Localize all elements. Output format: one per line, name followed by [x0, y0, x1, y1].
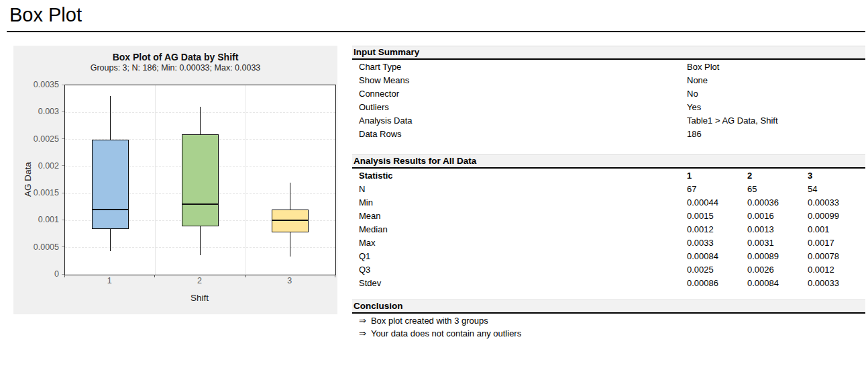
page-title: Box Plot — [9, 4, 82, 26]
box-group-1 — [92, 140, 129, 230]
row-label: Max — [352, 236, 687, 250]
y-tick-label: 0.0025 — [17, 134, 59, 144]
row-label: Min — [352, 196, 687, 210]
row-label: Analysis Data — [352, 114, 687, 128]
chart-subtitle: Groups: 3; N: 186; Min: 0.00033; Max: 0.… — [13, 63, 337, 73]
analysis-results-heading: Analysis Results for All Data — [352, 154, 865, 169]
x-tick-mark — [335, 275, 335, 277]
y-tick-label: 0 — [17, 269, 59, 279]
row-value: Yes — [687, 101, 865, 114]
table-row: Q1 0.00084 0.00089 0.00078 — [352, 250, 865, 263]
cell: 0.00089 — [747, 250, 808, 263]
cell: 0.0016 — [747, 210, 808, 223]
list-item: ⇒ Box plot created with 3 groups — [352, 314, 865, 327]
cell: 0.00086 — [687, 277, 747, 290]
column-header: 2 — [747, 169, 808, 183]
conclusion-section: Conclusion ⇒ Box plot created with 3 gro… — [352, 300, 865, 340]
analysis-results-table: Statistic 1 2 3 N 67 65 54 Min 0.00044 0… — [352, 169, 865, 290]
y-tick-mark — [62, 111, 64, 112]
arrow-icon: ⇒ — [359, 314, 366, 327]
y-tick-label: 0.001 — [17, 215, 59, 224]
x-tick-label: 1 — [89, 276, 129, 285]
cell: 54 — [808, 183, 868, 196]
y-tick-mark — [62, 85, 64, 85]
cell: 0.0033 — [687, 236, 747, 250]
row-label: Mean — [352, 210, 687, 223]
row-label: Q3 — [352, 263, 687, 277]
row-label: Chart Type — [352, 60, 687, 74]
row-label: N — [352, 183, 687, 196]
x-tick-mark — [64, 275, 65, 277]
x-tick-mark — [245, 275, 246, 277]
title-divider — [7, 31, 865, 32]
conclusion-list: ⇒ Box plot created with 3 groups ⇒ Your … — [352, 314, 865, 340]
row-value: Box Plot — [687, 60, 865, 74]
cell: 0.0012 — [808, 263, 868, 277]
table-row: Analysis Data Table1 > AG Data, Shift — [352, 114, 865, 128]
cell: 67 — [687, 183, 747, 196]
cell: 0.0025 — [687, 263, 747, 277]
cell: 0.00044 — [687, 196, 747, 210]
cell: 0.0031 — [747, 236, 808, 250]
row-value: Table1 > AG Data, Shift — [687, 114, 865, 128]
x-tick-label: 2 — [180, 276, 220, 285]
x-tick-label: 3 — [270, 276, 310, 285]
list-item: ⇒ Your data does not contain any outlier… — [352, 327, 865, 340]
column-header: 3 — [808, 169, 868, 183]
cell: 0.001 — [808, 223, 868, 236]
box-group-2 — [182, 134, 219, 227]
cell: 0.0017 — [808, 236, 868, 250]
v-gridline — [246, 85, 246, 275]
cell: 0.00033 — [808, 196, 868, 210]
median-line — [272, 220, 309, 221]
row-label: Data Rows — [352, 128, 687, 141]
row-label: Connector — [352, 87, 687, 101]
cell: 0.0013 — [747, 223, 808, 236]
table-row: Q3 0.0025 0.0026 0.0012 — [352, 263, 865, 277]
conclusion-text: Box plot created with 3 groups — [371, 314, 488, 327]
analysis-results-section: Analysis Results for All Data Statistic … — [352, 154, 865, 290]
cell: 0.0012 — [687, 223, 747, 236]
cell: 0.00084 — [747, 277, 808, 290]
row-label: Outliers — [352, 101, 687, 114]
plot-area — [64, 85, 336, 275]
table-row: Max 0.0033 0.0031 0.0017 — [352, 236, 865, 250]
column-header: 1 — [687, 169, 747, 183]
lower-whisker — [200, 226, 201, 255]
y-tick-mark — [62, 193, 64, 193]
table-row: N 67 65 54 — [352, 183, 865, 196]
y-tick-mark — [62, 220, 64, 220]
row-value: No — [687, 87, 865, 101]
y-tick-mark — [62, 138, 64, 139]
row-label: Q1 — [352, 250, 687, 263]
upper-whisker — [200, 107, 201, 134]
x-axis-label: Shift — [64, 293, 335, 303]
lower-whisker — [290, 232, 290, 257]
table-row: Outliers Yes — [352, 101, 865, 114]
column-header: Statistic — [352, 169, 687, 183]
cell: 0.00084 — [687, 250, 747, 263]
table-row: Show Means None — [352, 74, 865, 87]
table-row: Stdev 0.00086 0.00084 0.00033 — [352, 277, 865, 290]
table-row: Data Rows 186 — [352, 128, 865, 141]
input-summary-heading: Input Summary — [352, 46, 865, 60]
median-line — [92, 209, 129, 210]
cell: 0.00099 — [808, 210, 868, 223]
cell: 0.00033 — [808, 277, 868, 290]
y-tick-label: 0.003 — [17, 107, 59, 116]
cell: 0.0026 — [747, 263, 808, 277]
row-value: None — [687, 74, 865, 87]
v-gridline — [155, 85, 156, 275]
cell: 65 — [747, 183, 808, 196]
x-tick-mark — [154, 275, 155, 277]
upper-whisker — [290, 183, 290, 210]
chart-title: Box Plot of AG Data by Shift — [13, 52, 337, 62]
table-row: Mean 0.0015 0.0016 0.00099 — [352, 210, 865, 223]
cell: 0.00036 — [747, 196, 808, 210]
table-header-row: Statistic 1 2 3 — [352, 169, 865, 183]
box-plot-chart: Box Plot of AG Data by Shift Groups: 3; … — [13, 46, 337, 314]
arrow-icon: ⇒ — [359, 327, 366, 340]
conclusion-text: Your data does not contain any outliers — [371, 327, 521, 340]
row-value: 186 — [687, 128, 865, 141]
median-line — [182, 203, 219, 205]
